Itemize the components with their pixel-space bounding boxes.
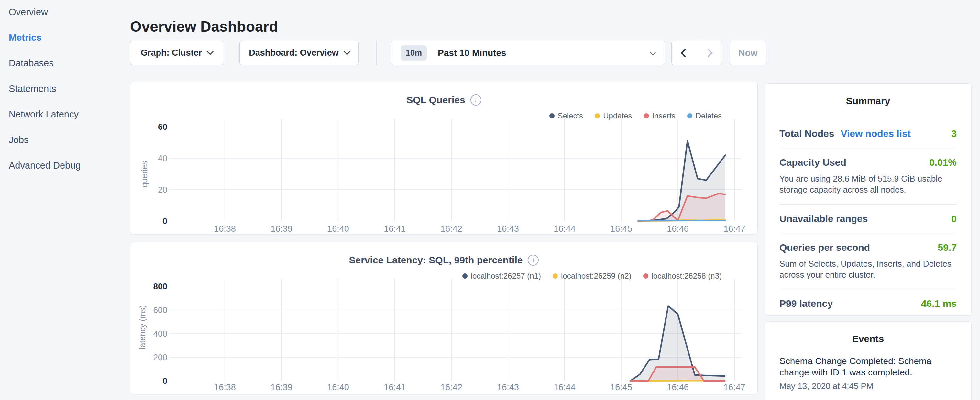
- time-pager: [671, 41, 722, 65]
- summary-title: Summary: [780, 84, 957, 107]
- x-tick-label: 16:46: [667, 224, 689, 234]
- events-list: Schema Change Completed: Schema change w…: [780, 355, 957, 391]
- graph-scope-dropdown[interactable]: Graph: Cluster: [130, 41, 223, 65]
- time-range-selector[interactable]: 10m Past 10 Minutes: [391, 41, 665, 65]
- summary-row-label: Capacity Used: [780, 157, 846, 168]
- x-tick-label: 16:40: [327, 224, 349, 234]
- x-tick-label: 16:39: [270, 224, 293, 234]
- prev-time-button[interactable]: [672, 41, 697, 65]
- sidebar-nav: OverviewMetricsDatabasesStatementsNetwor…: [0, 0, 126, 400]
- summary-row-caption: Sum of Selects, Updates, Inserts, and De…: [780, 258, 957, 280]
- x-tick-label: 16:40: [327, 382, 349, 392]
- sql-queries-plot: 16:3816:3916:4016:4116:4216:4316:4416:45…: [130, 82, 758, 235]
- summary-row: Capacity Used0.01%You are using 28.6 MiB…: [780, 148, 957, 204]
- summary-row-value: 46.1 ms: [921, 298, 957, 309]
- events-title: Events: [780, 322, 957, 344]
- y-axis-title: queries: [140, 161, 149, 187]
- events-panel: Events Schema Change Completed: Schema c…: [765, 321, 972, 400]
- service-latency-plot: 16:3816:3916:4016:4116:4216:4316:4416:45…: [130, 242, 758, 395]
- x-tick-label: 16:41: [384, 224, 406, 234]
- chevron-down-icon: [650, 49, 656, 55]
- y-tick-label: 0: [163, 376, 167, 386]
- y-tick-label: 40: [158, 153, 167, 163]
- summary-row-value: 0: [951, 213, 957, 224]
- y-axis-title: latency (ms): [138, 305, 147, 349]
- page-title: Overview Dashboard: [130, 18, 278, 35]
- x-tick-label: 16:43: [497, 224, 519, 234]
- sidebar-item-metrics[interactable]: Metrics: [9, 33, 126, 42]
- y-tick-label: 400: [153, 329, 167, 338]
- time-range-badge: 10m: [401, 45, 427, 61]
- x-tick-label: 16:39: [270, 382, 293, 392]
- y-tick-label: 20: [158, 185, 167, 194]
- chevron-left-icon: [681, 49, 689, 57]
- sidebar-item-statements[interactable]: Statements: [9, 84, 126, 94]
- x-tick-label: 16:42: [440, 382, 462, 392]
- x-tick-label: 16:44: [554, 382, 576, 392]
- summary-row-value: 3: [951, 128, 957, 139]
- summary-row-value: 59.7: [938, 242, 957, 253]
- sidebar-item-advanced-debug[interactable]: Advanced Debug: [9, 161, 126, 170]
- summary-row-value: 0.01%: [929, 157, 957, 168]
- y-tick-label: 0: [163, 216, 167, 226]
- x-tick-label: 16:44: [554, 224, 576, 234]
- summary-row: Queries per second59.7Sum of Selects, Up…: [780, 233, 957, 290]
- chevron-down-icon: [344, 48, 350, 55]
- x-tick-label: 16:45: [610, 224, 632, 234]
- y-tick-label: 60: [158, 122, 167, 132]
- service-latency-chart-card: Service Latency: SQL, 99th percentile i …: [130, 242, 758, 395]
- x-tick-label: 16:43: [497, 382, 519, 392]
- summary-row-label: Unavailable ranges: [780, 213, 868, 224]
- view-nodes-list-link[interactable]: View nodes list: [840, 128, 910, 139]
- y-tick-label: 800: [153, 282, 167, 291]
- sidebar-item-overview[interactable]: Overview: [9, 7, 126, 17]
- graph-scope-dropdown-label: Graph: Cluster: [141, 48, 202, 58]
- controls-divider: [376, 41, 377, 65]
- sidebar-item-jobs[interactable]: Jobs: [9, 135, 126, 145]
- x-tick-label: 16:41: [384, 382, 406, 392]
- x-tick-label: 16:38: [214, 224, 236, 234]
- y-tick-label: 600: [153, 305, 167, 315]
- chevron-right-icon: [704, 49, 713, 57]
- summary-row-label: Queries per second: [780, 242, 870, 253]
- event-timestamp: May 13, 2020 at 4:45 PM: [780, 381, 957, 391]
- summary-panel: Summary Total NodesView nodes list3Capac…: [765, 83, 972, 316]
- y-tick-label: 200: [153, 352, 167, 362]
- x-tick-label: 16:47: [724, 224, 745, 234]
- next-time-button[interactable]: [697, 41, 722, 65]
- admin-ui-page: OverviewMetricsDatabasesStatementsNetwor…: [0, 0, 980, 400]
- event-text: Schema Change Completed: Schema change w…: [780, 355, 957, 378]
- summary-row: Total NodesView nodes list3: [780, 120, 957, 148]
- summary-row: P99 latency46.1 ms: [780, 289, 957, 318]
- sql-queries-chart-card: SQL Queries i SelectsUpdatesInsertsDelet…: [130, 82, 758, 234]
- sidebar-item-network-latency[interactable]: Network Latency: [9, 109, 126, 119]
- summary-row: Unavailable ranges0: [780, 204, 957, 233]
- chevron-down-icon: [207, 48, 213, 55]
- x-tick-label: 16:45: [610, 382, 632, 392]
- event-item: Schema Change Completed: Schema change w…: [780, 355, 957, 391]
- sidebar-item-databases[interactable]: Databases: [9, 58, 126, 68]
- main-content: Overview Dashboard Graph: Cluster Dashbo…: [130, 0, 758, 400]
- summary-rows: Total NodesView nodes list3Capacity Used…: [780, 120, 957, 318]
- x-tick-label: 16:42: [440, 224, 462, 234]
- now-button-label: Now: [738, 48, 757, 58]
- summary-row-caption: You are using 28.6 MiB of 515.9 GiB usab…: [780, 173, 957, 196]
- x-tick-label: 16:46: [667, 382, 689, 392]
- x-tick-label: 16:47: [724, 382, 745, 392]
- now-button[interactable]: Now: [730, 41, 767, 65]
- dashboard-dropdown[interactable]: Dashboard: Overview: [239, 41, 359, 65]
- x-tick-label: 16:38: [214, 382, 236, 392]
- summary-row-label: P99 latency: [780, 298, 833, 309]
- dashboard-dropdown-label: Dashboard: Overview: [249, 48, 339, 58]
- time-range-label: Past 10 Minutes: [438, 48, 506, 58]
- summary-row-label: Total Nodes: [780, 128, 834, 139]
